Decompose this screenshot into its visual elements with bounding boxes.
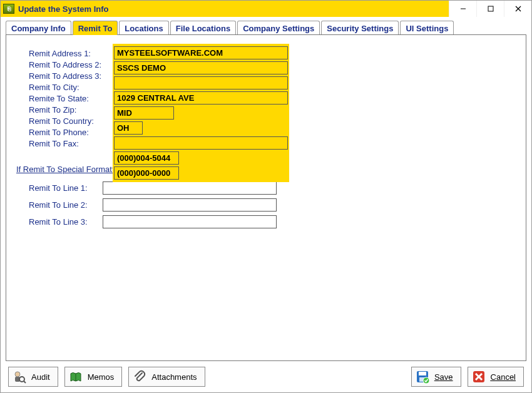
label-remit-fax: Remit To Fax: xyxy=(16,139,103,148)
svg-point-6 xyxy=(19,377,24,382)
memos-button[interactable]: Memos xyxy=(64,367,123,387)
close-icon xyxy=(514,5,522,13)
input-remit-line2[interactable] xyxy=(103,198,277,212)
svg-point-12 xyxy=(423,377,429,384)
label-remit-address2: Remit To Address 2: xyxy=(16,60,103,69)
input-remit-address3[interactable] xyxy=(114,76,288,89)
tab-file-locations[interactable]: File Locations xyxy=(170,21,236,35)
window: ⎘ Update the System Info Company Info Re… xyxy=(0,0,532,393)
cancel-label: Cancel xyxy=(491,372,516,382)
tab-company-settings[interactable]: Company Settings xyxy=(237,21,320,35)
save-disk-icon xyxy=(416,370,429,384)
cancel-x-icon xyxy=(472,370,486,384)
content-panel: Remit Address 1: Remit To Address 2: Rem… xyxy=(6,34,526,361)
input-remit-zip[interactable]: OH xyxy=(114,121,143,135)
person-magnify-icon xyxy=(13,370,26,384)
input-remit-address2[interactable]: SSCS DEMO xyxy=(114,61,288,74)
paperclip-icon xyxy=(133,370,146,384)
tab-remit-to[interactable]: Remit To xyxy=(73,21,118,35)
maximize-button[interactable] xyxy=(476,1,504,17)
input-remit-phone[interactable]: (000)004-5044 xyxy=(114,151,179,165)
label-remit-line2: Remit To Line 2: xyxy=(16,200,103,210)
input-remit-city[interactable]: 1029 CENTRAL AVE xyxy=(114,91,288,105)
svg-rect-1 xyxy=(488,6,493,11)
maximize-icon xyxy=(488,6,494,12)
label-remit-line1: Remit To Line 1: xyxy=(16,183,103,193)
label-remit-address3: Remit To Address 3: xyxy=(16,71,103,81)
cancel-button[interactable]: Cancel xyxy=(468,367,524,387)
window-title: Update the System Info xyxy=(18,4,108,14)
input-remit-line1[interactable] xyxy=(103,181,277,195)
tab-security-settings[interactable]: Security Settings xyxy=(321,21,399,35)
tabstrip: Company Info Remit To Locations File Loc… xyxy=(1,17,531,34)
tab-ui-settings[interactable]: UI Settings xyxy=(400,21,454,35)
svg-rect-10 xyxy=(419,372,426,375)
minimize-button[interactable] xyxy=(449,1,476,17)
input-remit-address1[interactable]: MYSTEELSOFTWARE.COM xyxy=(114,46,288,59)
footer: Audit Memos Attachments Save Cancel xyxy=(1,366,531,392)
input-remit-fax[interactable]: (000)000-0000 xyxy=(114,166,179,180)
app-icon: ⎘ xyxy=(3,4,14,14)
memos-label: Memos xyxy=(88,372,115,382)
tab-company-info[interactable]: Company Info xyxy=(6,21,71,35)
book-icon xyxy=(69,370,83,384)
save-label: Save xyxy=(434,372,453,382)
audit-button[interactable]: Audit xyxy=(8,367,58,387)
input-remit-line3[interactable] xyxy=(103,215,277,228)
svg-line-7 xyxy=(24,381,26,383)
label-remit-phone: Remit To Phone: xyxy=(16,128,103,137)
label-remit-state: Remite To State: xyxy=(16,94,103,103)
minimize-icon xyxy=(460,6,466,12)
label-remit-address1: Remit Address 1: xyxy=(16,49,103,58)
save-button[interactable]: Save xyxy=(411,367,461,387)
audit-label: Audit xyxy=(31,372,50,382)
titlebar: ⎘ Update the System Info xyxy=(1,1,531,17)
label-remit-zip: Remit To Zip: xyxy=(16,105,103,115)
label-remit-line3: Remit To Line 3: xyxy=(16,217,103,227)
attachments-label: Attachments xyxy=(151,372,197,382)
tab-locations[interactable]: Locations xyxy=(119,21,168,35)
input-remit-state[interactable]: MID xyxy=(114,106,174,120)
attachments-button[interactable]: Attachments xyxy=(128,367,205,387)
window-controls xyxy=(449,1,531,17)
input-remit-country[interactable] xyxy=(114,136,288,150)
label-remit-city: Remit To City: xyxy=(16,83,103,92)
svg-point-4 xyxy=(15,372,20,377)
label-remit-country: Remit To Country: xyxy=(16,116,103,126)
close-button[interactable] xyxy=(504,1,531,17)
